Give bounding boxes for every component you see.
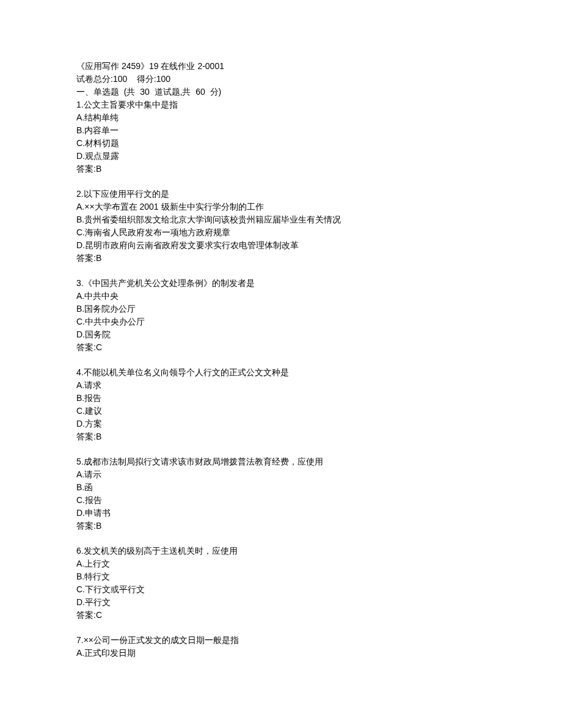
question-stem: 2.以下应使用平行文的是 bbox=[76, 188, 486, 200]
document-title: 《应用写作 2459》19 在线作业 2-0001 bbox=[76, 60, 486, 73]
question-answer: 答案:B bbox=[76, 430, 486, 443]
question-answer: 答案:B bbox=[76, 520, 486, 532]
question-option: D.方案 bbox=[76, 417, 486, 430]
question-answer: 答案:C bbox=[76, 609, 486, 622]
question-option: B.报告 bbox=[76, 392, 486, 405]
question-option: C.材料切题 bbox=[76, 137, 486, 150]
question-option: B.函 bbox=[76, 481, 486, 494]
question-option: A.请示 bbox=[76, 468, 486, 481]
question-stem: 5.成都市法制局拟行文请求该市财政局增拨普法教育经费，应使用 bbox=[76, 455, 486, 468]
question-block: 5.成都市法制局拟行文请求该市财政局增拨普法教育经费，应使用 A.请示 B.函 … bbox=[76, 455, 486, 532]
question-option: D.申请书 bbox=[76, 507, 486, 520]
question-option: C.中共中央办公厅 bbox=[76, 315, 486, 328]
question-option: A.中共中央 bbox=[76, 290, 486, 303]
question-option: A.结构单纯 bbox=[76, 111, 486, 124]
question-answer: 答案:C bbox=[76, 341, 486, 354]
question-stem: 1.公文主旨要求中集中是指 bbox=[76, 98, 486, 111]
question-option: D.观点显露 bbox=[76, 150, 486, 163]
question-block: 6.发文机关的级别高于主送机关时，应使用 A.上行文 B.特行文 C.下行文或平… bbox=[76, 545, 486, 622]
question-block: 1.公文主旨要求中集中是指 A.结构单纯 B.内容单一 C.材料切题 D.观点显… bbox=[76, 98, 486, 175]
question-option: B.国务院办公厅 bbox=[76, 303, 486, 315]
question-option: D.昆明市政府向云南省政府发文要求实行农电管理体制改革 bbox=[76, 239, 486, 252]
question-stem: 7.××公司一份正式发文的成文日期一般是指 bbox=[76, 634, 486, 647]
question-option: D.平行文 bbox=[76, 596, 486, 609]
question-option: C.海南省人民政府发布一项地方政府规章 bbox=[76, 226, 486, 239]
question-option: A.正式印发日期 bbox=[76, 647, 486, 660]
question-option: D.国务院 bbox=[76, 328, 486, 341]
question-option: B.贵州省委组织部发文给北京大学询问该校贵州籍应届毕业生有关情况 bbox=[76, 213, 486, 226]
question-answer: 答案:B bbox=[76, 252, 486, 265]
question-option: C.下行文或平行文 bbox=[76, 583, 486, 596]
question-option: C.建议 bbox=[76, 405, 486, 417]
question-block: 7.××公司一份正式发文的成文日期一般是指 A.正式印发日期 bbox=[76, 634, 486, 660]
question-option: C.报告 bbox=[76, 494, 486, 507]
question-option: B.内容单一 bbox=[76, 124, 486, 137]
question-stem: 4.不能以机关单位名义向领导个人行文的正式公文文种是 bbox=[76, 366, 486, 379]
question-block: 3.《中国共产党机关公文处理条例》的制发者是 A.中共中央 B.国务院办公厅 C… bbox=[76, 277, 486, 354]
question-option: A.请求 bbox=[76, 379, 486, 392]
question-option: B.特行文 bbox=[76, 570, 486, 583]
question-stem: 6.发文机关的级别高于主送机关时，应使用 bbox=[76, 545, 486, 557]
question-stem: 3.《中国共产党机关公文处理条例》的制发者是 bbox=[76, 277, 486, 290]
question-block: 2.以下应使用平行文的是 A.××大学布置在 2001 级新生中实行学分制的工作… bbox=[76, 188, 486, 265]
score-line: 试卷总分:100 得分:100 bbox=[76, 73, 486, 86]
question-option: A.上行文 bbox=[76, 557, 486, 570]
question-block: 4.不能以机关单位名义向领导个人行文的正式公文文种是 A.请求 B.报告 C.建… bbox=[76, 366, 486, 443]
question-answer: 答案:B bbox=[76, 163, 486, 175]
question-option: A.××大学布置在 2001 级新生中实行学分制的工作 bbox=[76, 200, 486, 213]
document-page: 《应用写作 2459》19 在线作业 2-0001 试卷总分:100 得分:10… bbox=[0, 0, 562, 728]
section-header: 一、单选题 (共 30 道试题,共 60 分) bbox=[76, 86, 486, 98]
